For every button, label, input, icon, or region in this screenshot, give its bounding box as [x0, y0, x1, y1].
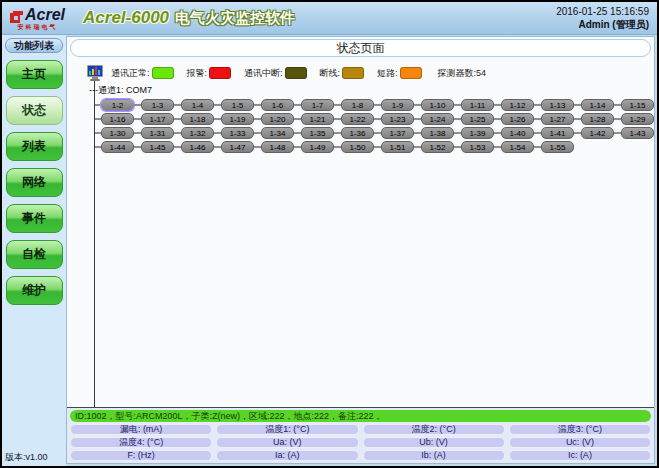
detail-grid: 漏电: (mA)温度1: (°C)温度2: (°C)温度3: (°C)温度4: …: [70, 424, 651, 461]
node-button-1-41[interactable]: 1-41: [541, 127, 574, 139]
node-connector: [254, 118, 261, 120]
legend-label: 报警:: [187, 67, 208, 80]
sidebar-item-列表[interactable]: 列表: [6, 132, 63, 161]
node-connector: [454, 132, 461, 134]
node-button-1-54[interactable]: 1-54: [501, 141, 534, 153]
node-button-1-18[interactable]: 1-18: [181, 113, 214, 125]
node-row: 1-21-31-41-51-61-71-81-91-101-111-121-13…: [94, 98, 654, 112]
node-button-1-37[interactable]: 1-37: [381, 127, 414, 139]
app-window: Acrel 安科瑞电气 Acrel-6000 电气火灾监控软件 2016-01-…: [0, 0, 659, 468]
node-button-1-51[interactable]: 1-51: [381, 141, 414, 153]
detail-cell: Ua: (V): [216, 437, 358, 448]
node-button-1-49[interactable]: 1-49: [301, 141, 334, 153]
node-button-1-44[interactable]: 1-44: [101, 141, 134, 153]
node-button-1-36[interactable]: 1-36: [341, 127, 374, 139]
app-title-product: 电气火灾监控软件: [175, 9, 295, 28]
detail-cell: Ib: (A): [363, 450, 505, 461]
detail-cell: 温度3: (°C): [509, 424, 651, 435]
node-button-1-33[interactable]: 1-33: [221, 127, 254, 139]
node-connector: [294, 104, 301, 106]
node-button-1-24[interactable]: 1-24: [421, 113, 454, 125]
node-button-1-46[interactable]: 1-46: [181, 141, 214, 153]
node-connector: [414, 104, 421, 106]
node-button-1-42[interactable]: 1-42: [581, 127, 614, 139]
node-connector: [334, 132, 341, 134]
node-button-1-9[interactable]: 1-9: [381, 99, 414, 111]
node-button-1-28[interactable]: 1-28: [581, 113, 614, 125]
node-button-1-19[interactable]: 1-19: [221, 113, 254, 125]
node-button-1-53[interactable]: 1-53: [461, 141, 494, 153]
node-button-1-26[interactable]: 1-26: [501, 113, 534, 125]
node-button-1-13[interactable]: 1-13: [541, 99, 574, 111]
node-button-1-35[interactable]: 1-35: [301, 127, 334, 139]
header-status: 2016-01-25 15:16:59 Admin (管理员): [556, 5, 649, 31]
node-button-1-38[interactable]: 1-38: [421, 127, 454, 139]
sidebar-item-事件[interactable]: 事件: [6, 204, 63, 233]
node-button-1-8[interactable]: 1-8: [341, 99, 374, 111]
legend-swatch: [342, 67, 364, 79]
sidebar-item-主页[interactable]: 主页: [6, 60, 63, 89]
channel-label[interactable]: ---通道1: COM7: [67, 84, 654, 96]
detail-cell: 温度4: (°C): [70, 437, 212, 448]
legend-row: 通讯正常:报警:通讯中断:断线:短路: 探测器数:54: [87, 62, 654, 84]
channel-monitor-icon[interactable]: [87, 65, 105, 81]
legend-item: 报警:: [187, 67, 232, 80]
node-button-1-10[interactable]: 1-10: [421, 99, 454, 111]
node-button-1-3[interactable]: 1-3: [141, 99, 174, 111]
node-button-1-4[interactable]: 1-4: [181, 99, 214, 111]
node-button-1-29[interactable]: 1-29: [621, 113, 654, 125]
node-button-1-21[interactable]: 1-21: [301, 113, 334, 125]
node-connector: [534, 132, 541, 134]
node-button-1-7[interactable]: 1-7: [301, 99, 334, 111]
node-button-1-25[interactable]: 1-25: [461, 113, 494, 125]
node-row: 1-441-451-461-471-481-491-501-511-521-53…: [94, 140, 654, 154]
legend-item: 通讯正常:: [111, 67, 174, 80]
node-connector: [134, 118, 141, 120]
detail-cell: F: (Hz): [70, 450, 212, 461]
sidebar-item-维护[interactable]: 维护: [6, 276, 63, 305]
sidebar-nav: 主页状态列表网络事件自检维护: [6, 60, 63, 312]
node-connector: [214, 118, 221, 120]
node-button-1-39[interactable]: 1-39: [461, 127, 494, 139]
node-button-1-6[interactable]: 1-6: [261, 99, 294, 111]
node-button-1-55[interactable]: 1-55: [541, 141, 574, 153]
node-button-1-32[interactable]: 1-32: [181, 127, 214, 139]
node-button-1-48[interactable]: 1-48: [261, 141, 294, 153]
node-connector: [294, 118, 301, 120]
node-button-1-14[interactable]: 1-14: [581, 99, 614, 111]
node-button-1-22[interactable]: 1-22: [341, 113, 374, 125]
node-button-1-27[interactable]: 1-27: [541, 113, 574, 125]
node-connector: [294, 146, 301, 148]
node-button-1-40[interactable]: 1-40: [501, 127, 534, 139]
node-button-1-52[interactable]: 1-52: [421, 141, 454, 153]
node-button-1-5[interactable]: 1-5: [221, 99, 254, 111]
node-button-1-34[interactable]: 1-34: [261, 127, 294, 139]
node-button-1-17[interactable]: 1-17: [141, 113, 174, 125]
node-button-1-20[interactable]: 1-20: [261, 113, 294, 125]
sidebar-header: 功能列表: [5, 38, 63, 53]
node-button-1-16[interactable]: 1-16: [101, 113, 134, 125]
node-connector: [454, 104, 461, 106]
node-row: 1-161-171-181-191-201-211-221-231-241-25…: [94, 112, 654, 126]
node-button-1-47[interactable]: 1-47: [221, 141, 254, 153]
node-button-1-31[interactable]: 1-31: [141, 127, 174, 139]
node-button-1-11[interactable]: 1-11: [461, 99, 494, 111]
node-connector: [614, 132, 621, 134]
title-bar: Acrel 安科瑞电气 Acrel-6000 电气火灾监控软件 2016-01-…: [2, 2, 657, 35]
detector-count-label: 探测器数:54: [438, 67, 487, 80]
node-connector: [374, 132, 381, 134]
node-button-1-43[interactable]: 1-43: [621, 127, 654, 139]
sidebar-item-网络[interactable]: 网络: [6, 168, 63, 197]
version-label: 版本:v1.00: [5, 451, 48, 464]
sidebar-item-自检[interactable]: 自检: [6, 240, 63, 269]
node-button-1-50[interactable]: 1-50: [341, 141, 374, 153]
node-button-1-30[interactable]: 1-30: [101, 127, 134, 139]
page-title: 状态页面: [70, 39, 651, 57]
node-connector: [214, 146, 221, 148]
node-button-1-23[interactable]: 1-23: [381, 113, 414, 125]
node-button-1-15[interactable]: 1-15: [621, 99, 654, 111]
node-button-1-12[interactable]: 1-12: [501, 99, 534, 111]
sidebar-item-状态[interactable]: 状态: [6, 96, 63, 125]
node-button-1-2[interactable]: 1-2: [101, 99, 134, 111]
node-button-1-45[interactable]: 1-45: [141, 141, 174, 153]
